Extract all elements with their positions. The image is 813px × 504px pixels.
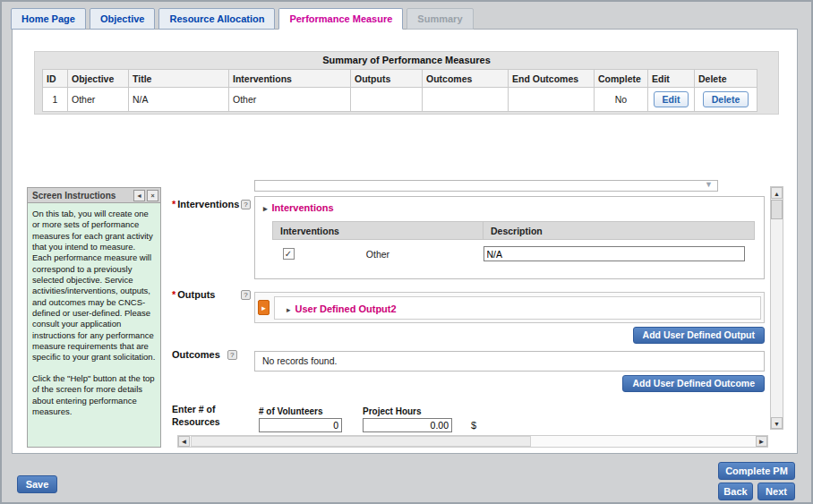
help-icon[interactable]: ? bbox=[227, 350, 237, 360]
add-user-defined-outcome-button[interactable]: Add User Defined Outcome bbox=[622, 375, 765, 392]
app-window: Home Page Objective Resource Allocation … bbox=[0, 0, 813, 504]
project-hours-label: Project Hours bbox=[363, 406, 422, 416]
collapse-panel-icon[interactable]: ◄ bbox=[133, 190, 145, 201]
required-marker: * bbox=[172, 289, 175, 300]
vertical-scrollbar-thumb[interactable] bbox=[771, 200, 783, 219]
horizontal-scrollbar-thumb[interactable] bbox=[191, 436, 531, 447]
project-hours-input[interactable] bbox=[363, 418, 452, 432]
scroll-right-icon[interactable]: ► bbox=[756, 436, 767, 447]
intervention-name: Other bbox=[273, 249, 484, 260]
cell-interventions: Other bbox=[229, 88, 351, 112]
tab-home-page[interactable]: Home Page bbox=[11, 8, 86, 30]
help-icon[interactable]: ? bbox=[241, 290, 251, 300]
back-button[interactable]: Back bbox=[718, 483, 753, 500]
interventions-col-header: Interventions bbox=[273, 222, 484, 240]
col-header-edit: Edit bbox=[648, 70, 695, 88]
tab-summary: Summary bbox=[406, 8, 473, 30]
objective-dropdown[interactable]: ▼ bbox=[254, 180, 718, 192]
expand-arrow-icon: ▸ bbox=[263, 204, 268, 213]
close-panel-icon[interactable]: × bbox=[147, 190, 158, 201]
scroll-up-icon[interactable]: ▲ bbox=[771, 187, 783, 199]
tab-performance-measure[interactable]: Performance Measure bbox=[278, 8, 403, 30]
currency-symbol: $ bbox=[471, 420, 476, 431]
vertical-scrollbar[interactable]: ▲ ▼ bbox=[770, 186, 783, 430]
cell-end-outcomes bbox=[509, 88, 595, 112]
outputs-section: ▸ ▸User Defined Output2 bbox=[254, 292, 765, 323]
summary-table-header-row: ID Objective Title Interventions Outputs… bbox=[43, 70, 757, 88]
horizontal-scrollbar[interactable]: ◄ ► bbox=[177, 435, 768, 448]
help-icon[interactable]: ? bbox=[241, 200, 251, 209]
cell-id: 1 bbox=[43, 88, 68, 112]
volunteers-label: # of Volunteers bbox=[259, 406, 323, 416]
col-header-delete: Delete bbox=[695, 70, 757, 88]
col-header-id: ID bbox=[43, 70, 68, 88]
screen-instructions-header: Screen Instructions ◄ × bbox=[28, 188, 160, 203]
description-col-header: Description bbox=[484, 222, 755, 240]
cell-complete: No bbox=[595, 88, 648, 112]
outcomes-empty-message: No records found. bbox=[254, 351, 765, 372]
interventions-label: *Interventions ? bbox=[172, 199, 251, 209]
summary-table-title: Summary of Performance Measures bbox=[35, 52, 778, 69]
col-header-title: Title bbox=[129, 70, 229, 88]
screen-instructions-title: Screen Instructions bbox=[32, 191, 116, 201]
output-status-icon[interactable]: ▸ bbox=[258, 300, 270, 315]
scroll-left-icon[interactable]: ◄ bbox=[178, 436, 190, 447]
interventions-section: ▸Interventions Interventions Description bbox=[254, 196, 765, 279]
pm-form-area: ▼ *Interventions ? ▸Interventions Interv… bbox=[170, 180, 790, 451]
cell-outputs bbox=[351, 88, 423, 112]
cell-title: N/A bbox=[129, 88, 229, 112]
interventions-section-toggle[interactable]: ▸Interventions bbox=[263, 202, 334, 213]
save-button[interactable]: Save bbox=[17, 475, 57, 493]
col-header-outcomes: Outcomes bbox=[423, 70, 509, 88]
user-defined-output-item[interactable]: ▸User Defined Output2 bbox=[274, 296, 761, 320]
instructions-paragraph-1: On this tab, you will create one or more… bbox=[32, 209, 156, 363]
scroll-down-icon[interactable]: ▼ bbox=[771, 417, 783, 429]
cell-objective: Other bbox=[68, 88, 129, 112]
complete-pm-button[interactable]: Complete PM bbox=[718, 462, 795, 480]
screen-instructions-panel: Screen Instructions ◄ × On this tab, you… bbox=[27, 187, 161, 448]
col-header-outputs: Outputs bbox=[351, 70, 423, 88]
table-row: 1 Other N/A Other No Edit Delete bbox=[43, 88, 757, 112]
tab-bar: Home Page Objective Resource Allocation … bbox=[11, 8, 474, 30]
instructions-paragraph-2: Click the "Help" button at the top of th… bbox=[32, 373, 156, 417]
interventions-table: Interventions Description ✓ Other bbox=[272, 221, 755, 269]
col-header-interventions: Interventions bbox=[229, 70, 351, 88]
intervention-checkbox[interactable]: ✓ bbox=[283, 248, 295, 260]
cell-outcomes bbox=[423, 88, 509, 112]
summary-table-section: Summary of Performance Measures ID Objec… bbox=[34, 51, 779, 115]
intervention-description-input[interactable] bbox=[484, 246, 745, 261]
intervention-row: ✓ Other bbox=[273, 240, 755, 269]
summary-table: ID Objective Title Interventions Outputs… bbox=[42, 69, 757, 112]
required-marker: * bbox=[172, 199, 175, 209]
col-header-complete: Complete bbox=[595, 70, 648, 88]
outputs-label: *Outputs ? bbox=[172, 289, 251, 300]
edit-button[interactable]: Edit bbox=[654, 91, 689, 107]
delete-button[interactable]: Delete bbox=[703, 91, 749, 107]
user-defined-output-link[interactable]: User Defined Output2 bbox=[295, 303, 397, 314]
col-header-end-outcomes: End Outcomes bbox=[509, 70, 595, 88]
next-button[interactable]: Next bbox=[757, 483, 795, 500]
outcomes-label: Outcomes ? bbox=[172, 349, 237, 360]
expand-arrow-icon: ▸ bbox=[287, 305, 291, 314]
volunteers-input[interactable] bbox=[259, 418, 342, 432]
tab-resource-allocation[interactable]: Resource Allocation bbox=[158, 8, 275, 30]
screen-instructions-body: On this tab, you will create one or more… bbox=[28, 203, 160, 432]
add-user-defined-output-button[interactable]: Add User Defined Output bbox=[633, 327, 765, 344]
tab-objective[interactable]: Objective bbox=[90, 8, 156, 30]
resources-label: Enter # of Resources bbox=[172, 404, 249, 428]
chevron-down-icon: ▼ bbox=[705, 180, 713, 189]
col-header-objective: Objective bbox=[68, 70, 129, 88]
main-panel: Summary of Performance Measures ID Objec… bbox=[12, 29, 798, 454]
